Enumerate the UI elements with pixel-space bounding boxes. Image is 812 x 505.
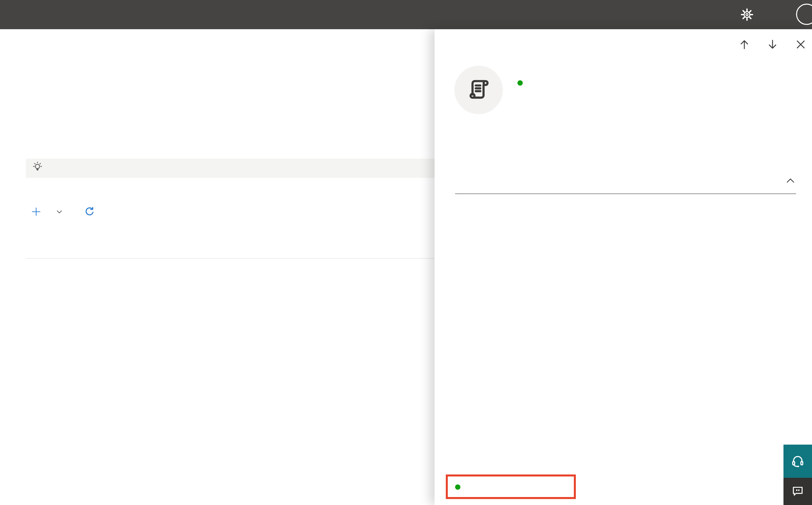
gear-icon: [740, 17, 754, 22]
status-dot-icon: [518, 80, 523, 86]
annotation-highlight: [446, 475, 576, 499]
previous-item-button[interactable]: [738, 38, 750, 50]
create-policy-button[interactable]: [30, 206, 64, 220]
collapse-section-button[interactable]: [785, 175, 796, 186]
top-app-bar: [0, 0, 812, 29]
close-icon: [795, 46, 807, 51]
policies-table: [26, 232, 448, 259]
help-button[interactable]: [772, 5, 786, 23]
chevron-up-icon: [785, 182, 796, 187]
lightbulb-icon: [31, 161, 44, 176]
details-flyout: [434, 29, 812, 505]
divider: [455, 193, 796, 194]
table-header: [26, 232, 448, 259]
recommendation-banner: [26, 159, 448, 178]
flyout-status: [518, 80, 528, 86]
support-button[interactable]: [784, 445, 812, 478]
refresh-icon: [83, 206, 95, 220]
policy-icon-circle: [454, 66, 503, 114]
feedback-button[interactable]: [784, 478, 812, 505]
flyout-header: [454, 66, 528, 114]
headset-icon: [790, 453, 805, 470]
close-flyout-button[interactable]: [795, 38, 807, 50]
refresh-button[interactable]: [83, 206, 102, 220]
toolbar: [30, 206, 102, 220]
chevron-down-icon: [55, 207, 64, 218]
arrow-up-icon: [738, 46, 750, 51]
account-avatar[interactable]: [796, 4, 812, 25]
flyout-nav: [738, 38, 807, 50]
next-item-button[interactable]: [767, 38, 779, 50]
flyout-title-block: [518, 66, 528, 114]
app-root: [0, 0, 812, 505]
settings-button[interactable]: [740, 8, 754, 21]
feedback-bubble-icon: [791, 484, 805, 499]
arrow-down-icon: [767, 46, 779, 51]
plus-icon: [30, 206, 42, 220]
scroll-icon: [465, 76, 492, 104]
